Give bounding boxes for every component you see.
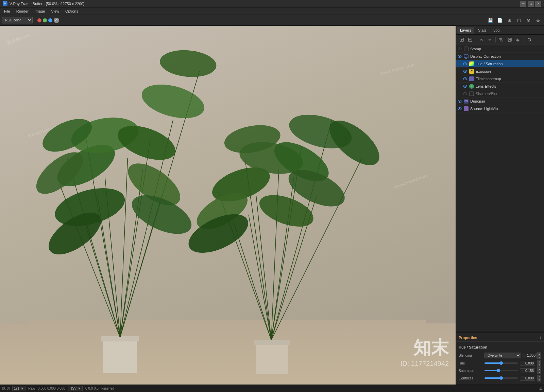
hue-spin-down[interactable]: ▼ xyxy=(537,363,541,367)
lens-button[interactable]: ⊚ xyxy=(534,16,542,24)
saturation-slider[interactable] xyxy=(485,370,518,371)
save-layers-button[interactable] xyxy=(506,36,513,43)
saturation-value[interactable] xyxy=(520,368,535,373)
maximize-button[interactable]: □ xyxy=(528,1,534,7)
menu-image[interactable]: Image xyxy=(32,8,48,14)
svg-point-85 xyxy=(459,108,460,109)
lightness-spin-up[interactable]: ▲ xyxy=(537,375,541,378)
layer-label-filmic: Filmic tonemap xyxy=(476,77,543,81)
layer-denoiser[interactable]: DN Denoiser xyxy=(456,97,544,105)
layer-exposure[interactable]: E Exposure xyxy=(456,68,544,75)
main-area: 知末网.com www.znzmo.com www.znzmo.com www.… xyxy=(0,26,544,385)
menu-view[interactable]: View xyxy=(48,8,62,14)
properties-expand-icon[interactable]: ⟩ xyxy=(540,335,541,340)
svg-point-59 xyxy=(517,39,519,41)
status-coords: [0, 0] xyxy=(2,387,10,390)
blending-label: Blending xyxy=(459,354,482,357)
close-button[interactable]: ✕ xyxy=(535,1,541,7)
merge-button[interactable] xyxy=(497,36,505,43)
layers-list: Stamp Display Correction xyxy=(456,45,544,332)
move-up-button[interactable] xyxy=(478,36,485,43)
layer-eye-lens[interactable] xyxy=(463,84,468,89)
saturation-row: Saturation ▲ ▼ xyxy=(456,367,544,374)
svg-rect-58 xyxy=(509,40,511,41)
add-layer-button[interactable] xyxy=(458,36,465,43)
lightness-row: Lightness ▲ ▼ xyxy=(456,374,544,382)
lightness-slider[interactable] xyxy=(485,377,518,379)
layer-eye-display[interactable] xyxy=(457,54,462,59)
layer-eye-sharpen[interactable] xyxy=(463,91,468,96)
layer-label-sharpen: Sharpen/Blur xyxy=(476,92,543,96)
lut-button[interactable]: ⊙ xyxy=(524,16,532,24)
hue-value[interactable] xyxy=(520,361,535,366)
remove-layer-button[interactable] xyxy=(466,36,474,43)
layer-eye-denoiser[interactable] xyxy=(457,99,462,104)
saturation-spin-up[interactable]: ▲ xyxy=(537,367,541,371)
layer-lightmix[interactable]: Source: LightMix xyxy=(456,105,544,112)
reset-dot[interactable]: ↺ xyxy=(54,18,59,23)
blending-spin-up[interactable]: ▲ xyxy=(537,352,541,355)
layer-hue-saturation[interactable]: Hue / Saturation xyxy=(456,60,544,68)
save-button[interactable]: 💾 xyxy=(486,16,494,24)
layer-eye-stamp[interactable] xyxy=(457,47,462,51)
lightness-spin-down[interactable]: ▼ xyxy=(537,378,541,381)
undo-button[interactable] xyxy=(526,36,533,43)
svg-point-83 xyxy=(459,101,460,102)
lightness-value[interactable] xyxy=(520,376,535,381)
tab-layers[interactable]: Layers xyxy=(457,27,474,34)
red-channel-dot[interactable] xyxy=(37,18,41,22)
status-menu-icon[interactable]: ≡ xyxy=(539,386,542,391)
layer-icon-exposure: E xyxy=(469,69,474,74)
move-down-button[interactable] xyxy=(486,36,494,43)
layer-label-exposure: Exposure xyxy=(476,69,543,73)
brand-name: 知末 xyxy=(401,336,449,360)
lightness-thumb[interactable] xyxy=(499,376,503,380)
layer-filmic[interactable]: Filmic tonemap xyxy=(456,75,544,83)
settings-button[interactable] xyxy=(514,36,522,43)
layer-eye-hue[interactable] xyxy=(463,61,468,66)
tab-log[interactable]: Log xyxy=(491,27,502,34)
minimize-button[interactable]: ─ xyxy=(520,1,526,7)
svg-point-77 xyxy=(465,78,466,79)
svg-point-73 xyxy=(465,63,466,64)
menu-render[interactable]: Render xyxy=(14,8,31,14)
blending-spin-down[interactable]: ▼ xyxy=(537,355,541,359)
layers-toolbar xyxy=(456,35,544,45)
blending-dropdown[interactable]: Overwrite Normal Multiply xyxy=(485,353,521,358)
layer-stamp[interactable]: Stamp xyxy=(456,45,544,53)
properties-title: Properties xyxy=(459,336,477,340)
layer-icon-display xyxy=(463,54,469,59)
layer-sharpen[interactable]: Sharpen/Blur xyxy=(456,90,544,97)
menu-file[interactable]: File xyxy=(1,8,13,14)
save-corrected-button[interactable]: 📄 xyxy=(496,16,504,24)
blue-channel-dot[interactable] xyxy=(48,18,52,22)
status-alt-values: 0 0.0 0.0 xyxy=(85,387,99,390)
layer-lens[interactable]: + Lens Effects xyxy=(456,83,544,90)
hue-thumb[interactable] xyxy=(499,361,503,365)
layer-icon-filmic xyxy=(469,76,474,82)
layer-eye-exposure[interactable] xyxy=(463,69,468,74)
layer-display-correction[interactable]: Display Correction xyxy=(456,53,544,60)
layer-eye-lightmix[interactable] xyxy=(457,106,462,111)
brand-id: ID: 1177214942 xyxy=(401,360,449,368)
saturation-spin-down[interactable]: ▼ xyxy=(537,371,541,374)
region-button[interactable]: ⊞ xyxy=(505,16,513,24)
tab-stats[interactable]: Stats xyxy=(475,27,489,34)
layer-label-hue: Hue / Saturation xyxy=(476,62,543,66)
colorspace-dropdown[interactable]: HSV ▼ xyxy=(68,386,83,391)
layer-eye-filmic[interactable] xyxy=(463,76,468,81)
zoom-dropdown[interactable]: 1s1 ▼ xyxy=(12,386,26,391)
saturation-thumb[interactable] xyxy=(497,369,500,372)
menu-options[interactable]: Options xyxy=(63,8,81,14)
blending-value[interactable] xyxy=(523,353,537,358)
title-controls[interactable]: ─ □ ✕ xyxy=(520,1,541,7)
channel-dropdown[interactable]: RGB color Alpha Luminance xyxy=(2,17,33,23)
layer-icon-lightmix xyxy=(463,106,469,111)
green-channel-dot[interactable] xyxy=(43,18,47,22)
stamp-button[interactable]: ◻ xyxy=(515,16,523,24)
render-viewport[interactable]: 知末网.com www.znzmo.com www.znzmo.com www.… xyxy=(0,26,456,385)
layer-label-display: Display Correction xyxy=(470,54,543,58)
hue-spin-up[interactable]: ▲ xyxy=(537,360,541,363)
blending-control: Overwrite Normal Multiply ▲ ▼ xyxy=(485,352,541,359)
hue-slider[interactable] xyxy=(485,362,518,364)
